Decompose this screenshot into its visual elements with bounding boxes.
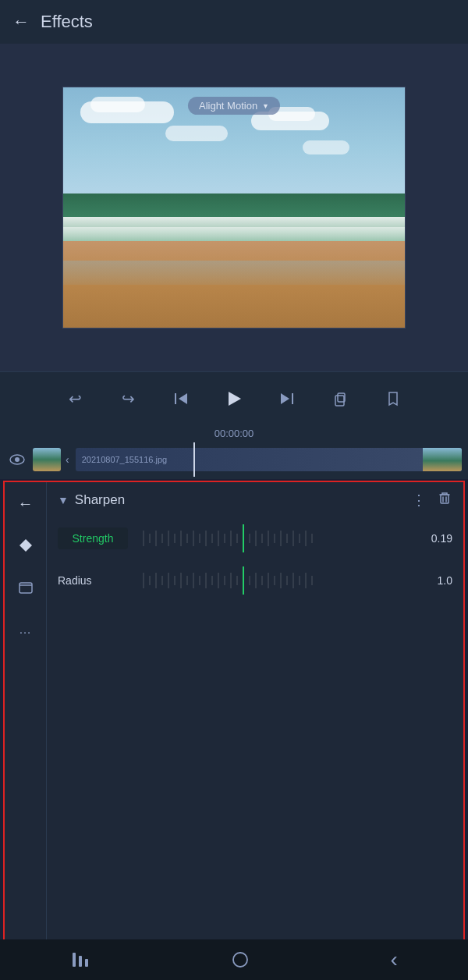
svg-rect-10 — [441, 495, 448, 503]
nav-back-button[interactable]: ‹ — [391, 947, 398, 972]
watermark: Alight Motion ▼ — [188, 97, 280, 115]
strength-slider[interactable] — [136, 523, 417, 554]
svg-rect-0 — [175, 393, 176, 404]
effect-name: Sharpen — [75, 492, 125, 508]
svg-point-8 — [15, 457, 20, 462]
strength-label-button[interactable]: Strength — [58, 527, 128, 549]
undo-button[interactable]: ↩ — [62, 386, 87, 411]
timeline-timecode: 00:00:00 — [0, 424, 468, 439]
page-title: Effects — [41, 12, 93, 32]
svg-marker-3 — [281, 393, 289, 404]
bottom-nav: ‹ — [0, 939, 468, 980]
effects-panel-container: ← … ▼ — [0, 479, 468, 980]
effect-actions: ⋮ — [412, 490, 452, 510]
skip-start-button[interactable] — [168, 386, 193, 411]
effects-panel-box: ← … ▼ — [3, 481, 465, 978]
sand-layer — [63, 241, 405, 328]
watermark-text: Alight Motion — [199, 100, 257, 112]
playhead-line — [193, 442, 195, 477]
header: ← Effects — [0, 0, 468, 44]
cloud-4 — [303, 140, 349, 154]
svg-rect-9 — [20, 583, 32, 593]
beach-scene: Alight Motion ▼ — [63, 87, 405, 328]
preview-area: Alight Motion ▼ — [0, 44, 468, 371]
timeline-section: 00:00:00 ‹ 20210807_155116.jpg — [0, 424, 468, 479]
effect-collapse-icon[interactable]: ▼ — [58, 494, 69, 506]
svg-rect-5 — [335, 396, 344, 406]
timeline-clip-label: 20210807_155116.jpg — [82, 455, 168, 464]
radius-label: Radius — [58, 574, 128, 587]
bookmark-button[interactable] — [381, 386, 406, 411]
svg-rect-69 — [73, 953, 76, 967]
timeline-chevron[interactable]: ‹ — [66, 453, 69, 466]
svg-rect-70 — [79, 956, 82, 967]
video-preview: Alight Motion ▼ — [62, 87, 406, 328]
thumb-beach — [33, 448, 61, 471]
effects-content: ▼ Sharpen ⋮ Str — [47, 482, 463, 977]
svg-marker-2 — [229, 392, 241, 406]
skip-end-button[interactable] — [275, 386, 300, 411]
timeline-thumb — [33, 448, 61, 471]
sand-reflection — [63, 261, 405, 285]
strength-ticks-svg — [136, 523, 417, 554]
keyframe-icon[interactable] — [12, 532, 39, 559]
cloud-3 — [165, 126, 228, 141]
mask-icon[interactable] — [12, 574, 39, 601]
svg-rect-4 — [292, 393, 293, 404]
effect-header: ▼ Sharpen ⋮ — [58, 490, 452, 510]
effect-title-group: ▼ Sharpen — [58, 492, 125, 508]
radius-ticks-svg — [136, 565, 417, 596]
clip-preview-thumb — [423, 448, 462, 471]
header-back-icon[interactable]: ← — [12, 12, 30, 32]
app-root: ← Effects — [0, 0, 468, 980]
radius-param-row: Radius — [58, 559, 452, 602]
svg-marker-1 — [179, 393, 187, 404]
effects-sidebar: ← … — [5, 482, 47, 977]
radius-value: 1.0 — [424, 574, 452, 587]
timeline-track: ‹ 20210807_155116.jpg — [0, 442, 468, 477]
nav-home-button[interactable] — [231, 950, 250, 969]
nav-recent-button[interactable] — [70, 951, 90, 968]
svg-point-72 — [233, 953, 247, 967]
cloud-1b — [90, 97, 145, 112]
timeline-clip: 20210807_155116.jpg — [76, 448, 462, 471]
eye-icon[interactable] — [8, 453, 27, 467]
copy-button[interactable] — [328, 386, 353, 411]
playback-toolbar: ↩ ↪ — [0, 371, 468, 424]
svg-rect-71 — [85, 959, 88, 967]
effect-more-icon[interactable]: ⋮ — [412, 492, 426, 509]
watermark-arrow: ▼ — [262, 102, 269, 110]
redo-button[interactable]: ↪ — [115, 386, 140, 411]
strength-param-row: Strength — [58, 517, 452, 559]
strength-value: 0.19 — [424, 532, 452, 545]
play-button[interactable] — [222, 386, 246, 411]
more-options-icon[interactable]: … — [12, 616, 39, 643]
radius-slider[interactable] — [136, 565, 417, 596]
effect-delete-icon[interactable] — [437, 490, 452, 510]
effects-back-icon[interactable]: ← — [12, 490, 39, 517]
